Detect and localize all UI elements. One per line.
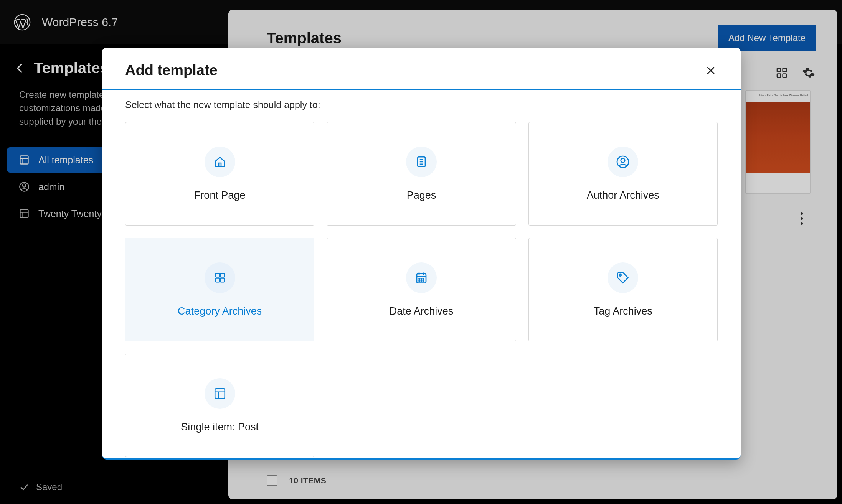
close-button[interactable] <box>704 64 718 77</box>
card-label: Category Archives <box>178 305 262 317</box>
layout-icon <box>205 378 235 409</box>
svg-point-21 <box>419 280 420 281</box>
svg-point-22 <box>421 280 422 281</box>
svg-point-19 <box>421 278 422 279</box>
card-label: Front Page <box>194 189 246 201</box>
author-icon <box>608 147 638 177</box>
card-date-archives[interactable]: Date Archives <box>327 238 516 341</box>
card-tag-archives[interactable]: Tag Archives <box>528 238 718 341</box>
card-front-page[interactable]: Front Page <box>125 122 314 226</box>
card-pages[interactable]: Pages <box>327 122 516 226</box>
home-icon <box>205 147 235 177</box>
svg-point-20 <box>423 278 424 279</box>
modal-header: Add template <box>102 48 741 89</box>
grid-icon <box>205 262 235 293</box>
svg-point-18 <box>419 278 420 279</box>
card-label: Tag Archives <box>594 305 652 317</box>
modal-subtitle: Select what the new template should appl… <box>102 90 741 122</box>
card-label: Pages <box>407 189 436 201</box>
svg-rect-25 <box>215 389 225 399</box>
svg-rect-13 <box>215 273 219 277</box>
add-template-modal: Add template Select what the new templat… <box>102 48 741 460</box>
card-label: Author Archives <box>587 189 659 201</box>
close-icon <box>705 65 717 76</box>
page-icon <box>406 147 437 177</box>
card-label: Single item: Post <box>181 421 259 433</box>
svg-point-12 <box>621 158 625 163</box>
svg-point-23 <box>423 280 424 281</box>
card-label: Date Archives <box>390 305 454 317</box>
svg-rect-15 <box>215 278 219 282</box>
template-cards-grid: Front Page Pages Author Archives Categor… <box>102 122 741 457</box>
card-single-item-post[interactable]: Single item: Post <box>125 354 314 457</box>
card-category-archives[interactable]: Category Archives <box>125 238 314 341</box>
svg-point-24 <box>619 274 621 276</box>
card-author-archives[interactable]: Author Archives <box>528 122 718 226</box>
svg-rect-14 <box>220 273 224 277</box>
modal-title: Add template <box>125 62 218 79</box>
calendar-icon <box>406 262 437 293</box>
tag-icon <box>608 262 638 293</box>
svg-rect-16 <box>220 278 224 282</box>
